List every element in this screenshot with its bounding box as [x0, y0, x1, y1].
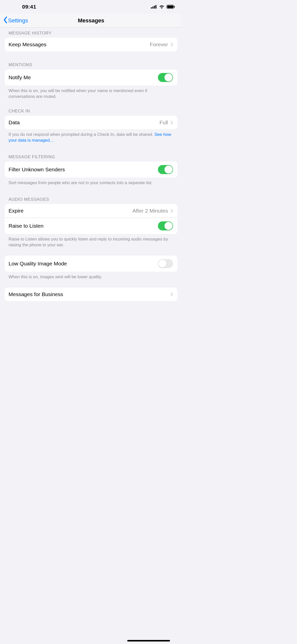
svg-rect-1	[152, 7, 153, 9]
row-raise-to-listen: Raise to Listen	[5, 218, 178, 234]
section-header-audio: AUDIO MESSAGES	[0, 195, 182, 204]
svg-rect-2	[154, 6, 155, 9]
row-label: Keep Messages	[9, 42, 47, 48]
group-message-history: Keep Messages Forever	[5, 38, 178, 51]
section-header-message-history: MESSAGE HISTORY	[0, 29, 182, 38]
wifi-icon	[159, 5, 164, 9]
row-label: Data	[9, 119, 20, 126]
footer-check-in-text: If you do not respond when prompted duri…	[9, 132, 154, 137]
row-label: Expire	[9, 208, 24, 214]
svg-rect-6	[174, 6, 175, 8]
row-filter-unknown-senders: Filter Unknown Senders	[5, 162, 178, 178]
row-label: Messages for Business	[9, 291, 63, 297]
footer-check-in: If you do not respond when prompted duri…	[0, 129, 182, 143]
section-header-mentions: MENTIONS	[0, 61, 182, 69]
svg-rect-3	[155, 5, 156, 9]
section-header-check-in: CHECK IN	[0, 107, 182, 116]
row-value: Forever	[150, 42, 168, 48]
battery-icon	[166, 5, 175, 9]
group-business: Messages for Business	[5, 288, 178, 301]
footer-mentions: When this is on, you will be notified wh…	[0, 86, 182, 100]
back-label: Settings	[8, 17, 28, 24]
chevron-left-icon	[3, 16, 8, 25]
row-messages-for-business[interactable]: Messages for Business	[5, 288, 178, 301]
row-notify-me: Notify Me	[5, 69, 178, 86]
row-label: Low Quality Image Mode	[9, 261, 67, 267]
row-label: Notify Me	[9, 74, 31, 80]
switch-notify-me[interactable]	[158, 73, 173, 82]
svg-rect-5	[167, 6, 173, 8]
row-value: Full	[159, 119, 168, 126]
switch-raise-to-listen[interactable]	[158, 221, 173, 230]
group-low-quality: Low Quality Image Mode	[5, 256, 178, 272]
footer-audio: Raise to Listen allows you to quickly li…	[0, 234, 182, 248]
group-filtering: Filter Unknown Senders	[5, 162, 178, 178]
back-button[interactable]: Settings	[3, 16, 28, 25]
svg-rect-0	[151, 7, 152, 9]
status-icons	[151, 5, 175, 9]
switch-low-quality-image-mode[interactable]	[158, 259, 173, 268]
navigation-bar: Settings Messages	[0, 14, 182, 28]
row-label: Filter Unknown Senders	[9, 167, 65, 173]
group-audio: Expire After 2 Minutes Raise to Listen	[5, 204, 178, 234]
footer-low-quality: When this is on, images sent will be low…	[0, 272, 182, 280]
row-data[interactable]: Data Full	[5, 116, 178, 129]
section-header-filtering: MESSAGE FILTERING	[0, 153, 182, 162]
row-low-quality-image-mode: Low Quality Image Mode	[5, 256, 178, 272]
group-mentions: Notify Me	[5, 69, 178, 86]
row-expire[interactable]: Expire After 2 Minutes	[5, 204, 178, 218]
row-keep-messages[interactable]: Keep Messages Forever	[5, 38, 178, 51]
switch-filter-unknown-senders[interactable]	[158, 165, 173, 174]
row-label: Raise to Listen	[9, 223, 44, 229]
group-check-in: Data Full	[5, 116, 178, 129]
status-time: 09:41	[22, 4, 36, 10]
content: MESSAGE HISTORY Keep Messages Forever ME…	[0, 28, 182, 316]
row-value: After 2 Minutes	[133, 208, 168, 214]
chevron-right-icon	[171, 42, 173, 47]
chevron-right-icon	[171, 292, 173, 297]
status-bar: 09:41	[0, 0, 182, 14]
footer-filtering: Sort messages from people who are not in…	[0, 178, 182, 186]
chevron-right-icon	[171, 209, 173, 213]
cellular-signal-icon	[151, 5, 157, 9]
chevron-right-icon	[171, 120, 173, 125]
